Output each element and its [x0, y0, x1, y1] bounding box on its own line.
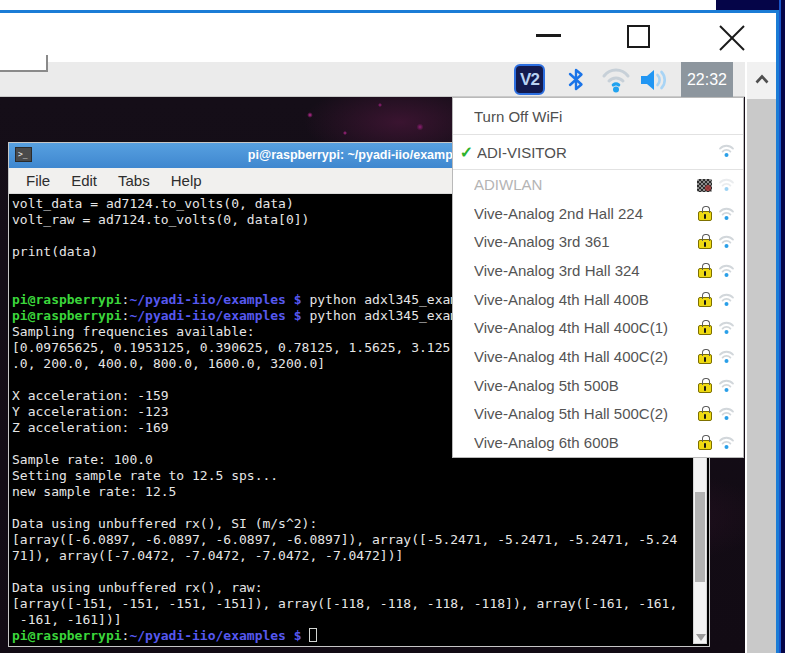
wifi-network-item[interactable]: Vive-Analog 4th Hall 400C(2) — [453, 342, 743, 371]
network-status-icons — [698, 234, 735, 249]
wifi-dropdown-menu: Turn Off WiFi ✓ ADI-VISITOR ADIWLANVive-… — [452, 97, 744, 458]
network-ssid-label: Vive-Analog 6th 600B — [474, 434, 698, 451]
terminal-line — [12, 500, 709, 516]
terminal-scroll-down-icon[interactable] — [696, 634, 706, 641]
wifi-signal-icon — [718, 378, 735, 393]
lock-icon — [698, 325, 712, 335]
network-ssid-label: Vive-Analog 3rd 361 — [474, 233, 698, 250]
wifi-signal-icon — [718, 143, 735, 158]
terminal-line: [array([-6.0897, -6.0897, -6.0897, -6.08… — [12, 532, 709, 548]
terminal-line: new sample rate: 12.5 — [12, 484, 709, 500]
pi-taskbar — [0, 62, 745, 97]
connected-network-label: ADI-VISITOR — [477, 144, 718, 161]
wifi-network-item[interactable]: Vive-Analog 3rd Hall 324 — [453, 256, 743, 285]
terminal-line: [array([-151, -151, -151, -151]), array(… — [12, 596, 709, 612]
lock-icon — [698, 411, 712, 421]
taskbar-clock[interactable]: 22:32 — [681, 62, 733, 97]
lock-icon — [698, 239, 712, 249]
network-status-icons — [698, 320, 735, 335]
wifi-network-item[interactable]: Vive-Analog 5th 500B — [453, 371, 743, 400]
lock-icon — [698, 440, 712, 450]
minimize-icon — [536, 34, 561, 37]
lock-icon — [698, 297, 712, 307]
wifi-network-item[interactable]: Vive-Analog 3rd 361 — [453, 227, 743, 256]
wifi-network-list: ADIWLANVive-Analog 2nd Hall 224Vive-Anal… — [453, 170, 743, 457]
network-status-icons — [698, 378, 735, 393]
wifi-signal-icon — [718, 435, 735, 450]
terminal-line: 71]), array([-7.0472, -7.0472, -7.0472, … — [12, 548, 709, 564]
terminal-line: Setting sample rate to 12.5 sps... — [12, 468, 709, 484]
wifi-signal-icon — [718, 234, 735, 249]
wifi-signal-icon — [718, 406, 735, 421]
network-unavailable-icon — [697, 179, 712, 192]
network-ssid-label: Vive-Analog 4th Hall 400B — [474, 291, 698, 308]
wifi-network-item[interactable]: Vive-Analog 4th Hall 400B — [453, 285, 743, 314]
menu-file[interactable]: File — [26, 172, 50, 189]
screen: { "taskbar": { "clock": "22:32", "vnc_lo… — [0, 0, 785, 653]
network-ssid-label: Vive-Analog 2nd Hall 224 — [474, 205, 698, 222]
terminal-line: pi@raspberrypi:~/pyadi-iio/examples $ — [12, 628, 709, 644]
network-ssid-label: ADIWLAN — [474, 176, 697, 193]
wifi-signal-icon — [718, 177, 735, 192]
network-ssid-label: Vive-Analog 3rd Hall 324 — [474, 262, 698, 279]
network-status-icons — [697, 177, 735, 192]
maximize-button[interactable] — [613, 13, 665, 62]
wifi-network-item[interactable]: ADIWLAN — [453, 170, 743, 199]
network-status-icons — [698, 435, 735, 450]
close-icon — [718, 24, 746, 52]
terminal-line — [12, 564, 709, 580]
lock-icon — [698, 268, 712, 278]
scroll-up-button[interactable] — [747, 62, 776, 99]
wifi-signal-icon — [718, 206, 735, 221]
wifi-network-item[interactable]: Vive-Analog 6th 600B — [453, 428, 743, 457]
lock-icon — [698, 211, 712, 221]
network-status-icons — [698, 292, 735, 307]
terminal-icon: >_ — [15, 147, 32, 162]
connected-network-item[interactable]: ✓ ADI-VISITOR — [453, 135, 743, 169]
window-border-right — [776, 10, 779, 653]
bluetooth-icon[interactable] — [565, 66, 587, 97]
terminal-cursor — [309, 628, 317, 642]
network-ssid-label: Vive-Analog 4th Hall 400C(2) — [474, 348, 698, 365]
network-status-icons — [698, 349, 735, 364]
wifi-network-item[interactable]: Vive-Analog 5th Hall 500C(2) — [453, 400, 743, 429]
terminal-line: Data using unbuffered rx(), raw: — [12, 580, 709, 596]
network-status-icons — [698, 263, 735, 278]
menu-edit[interactable]: Edit — [71, 172, 97, 189]
connected-check-icon: ✓ — [457, 143, 476, 162]
terminal-scrollbar-thumb[interactable] — [695, 492, 705, 582]
wifi-icon[interactable] — [600, 67, 632, 97]
network-ssid-label: Vive-Analog 4th Hall 400C(1) — [474, 319, 698, 336]
wifi-signal-icon — [718, 263, 735, 278]
viewer-scrollbar[interactable] — [745, 62, 776, 653]
lock-icon — [698, 383, 712, 393]
turn-off-wifi-label: Turn Off WiFi — [474, 108, 735, 125]
vnc-server-tray-icon[interactable]: V2 — [514, 64, 545, 95]
volume-icon[interactable] — [638, 67, 672, 97]
terminal-line: Data using unbuffered rx(), SI (m/s^2): — [12, 516, 709, 532]
taskbar-corner-fragment — [0, 55, 48, 72]
wifi-signal-icon — [718, 349, 735, 364]
turn-off-wifi-item[interactable]: Turn Off WiFi — [453, 98, 743, 134]
wifi-network-item[interactable]: Vive-Analog 2nd Hall 224 — [453, 199, 743, 228]
terminal-line: -161, -161])] — [12, 612, 709, 628]
network-status-icons — [698, 406, 735, 421]
network-ssid-label: Vive-Analog 5th Hall 500C(2) — [474, 405, 698, 422]
network-ssid-label: Vive-Analog 5th 500B — [474, 377, 698, 394]
wifi-signal-icon — [718, 143, 735, 162]
menu-tabs[interactable]: Tabs — [118, 172, 150, 189]
menu-help[interactable]: Help — [171, 172, 202, 189]
wifi-signal-icon — [718, 292, 735, 307]
wifi-signal-icon — [718, 320, 735, 335]
background-window-edge — [779, 0, 785, 653]
wifi-network-item[interactable]: Vive-Analog 4th Hall 400C(1) — [453, 313, 743, 342]
network-status-icons — [698, 206, 735, 221]
close-button[interactable] — [704, 13, 760, 62]
minimize-button[interactable] — [522, 13, 574, 62]
chevron-up-icon — [754, 72, 770, 86]
maximize-icon — [627, 25, 650, 48]
lock-icon — [698, 354, 712, 364]
